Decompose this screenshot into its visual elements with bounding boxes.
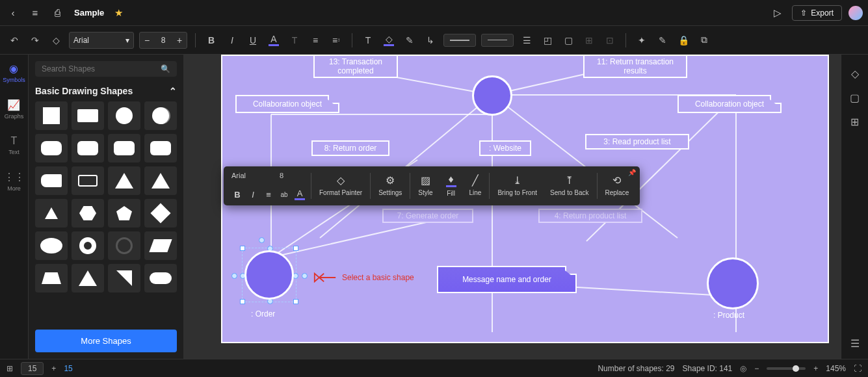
node-center-circle[interactable] [472,75,512,116]
zoom-slider[interactable] [767,367,806,370]
italic-button[interactable]: I [224,32,240,48]
node-collab-left[interactable]: Collaboration object [235,95,339,113]
theme-icon[interactable]: ◇ [851,68,859,80]
magic-button[interactable]: ✦ [634,32,650,48]
context-toolbar[interactable]: 📌 Arial 8 B I ≡ ab A ◇Format Painter ⚙Se… [224,166,640,205]
grid-size-1[interactable]: 15 [21,362,44,375]
text-tool-button[interactable]: T [360,32,376,48]
shape-trapezoid[interactable] [35,264,68,292]
ctx-send-back[interactable]: ⤒Send to Back [544,169,595,202]
more-shapes-button[interactable]: More Shapes [35,330,177,352]
layer-button[interactable]: ◰ [540,32,555,48]
shape-diamond[interactable] [144,199,177,228]
ruler-icon[interactable]: ⊞ [7,364,13,373]
shape-hexagon[interactable] [72,199,104,228]
shape-right-triangle[interactable] [108,264,140,292]
save-icon[interactable]: ⎙ [49,5,65,21]
line-weight-select[interactable] [481,34,514,47]
shape-pentagon[interactable] [108,199,140,228]
font-size-plus[interactable]: + [172,32,187,48]
underline-button[interactable]: U [245,32,261,48]
shape-ellipse[interactable] [35,231,68,260]
node-13[interactable]: 13: Transaction completed [313,56,398,78]
shape-rounded-rect4[interactable] [144,134,177,162]
node-4[interactable]: 4: Return product list [538,209,642,223]
side-handle-left[interactable] [231,273,237,279]
node-collab-right[interactable]: Collaboration object [677,95,782,113]
ctx-abc[interactable]: ab [278,191,290,198]
search-shapes-input[interactable]: 🔍 [35,61,177,77]
ctx-align[interactable]: ≡ [263,190,274,200]
search-field[interactable] [42,64,157,73]
export-button[interactable]: ⇧ Export [792,5,842,21]
undo-button[interactable]: ↶ [7,32,22,48]
ctx-format-painter[interactable]: ◇Format Painter [313,169,369,202]
rail-text[interactable]: TText [6,133,22,158]
shape-triangle3[interactable] [72,264,104,292]
line-style-select[interactable] [443,34,476,47]
node-11[interactable]: 11: Return transaction results [583,56,687,78]
shape-parallelogram[interactable] [144,231,177,260]
node-website[interactable]: : Website [479,140,531,156]
shape-donut[interactable] [72,231,104,260]
lock-button[interactable]: 🔒 [676,32,691,48]
ctx-bring-front[interactable]: ⤓Bring to Front [491,169,544,202]
shape-rounded-rect3[interactable] [108,134,140,162]
group-button[interactable]: ⊡ [602,32,618,48]
shape-ring[interactable] [108,231,140,260]
node-message[interactable]: Message name and order [437,266,577,293]
font-size-stepper[interactable]: − 8 + [139,32,187,49]
format-painter-icon[interactable]: ◇ [48,32,64,48]
star-icon[interactable]: ★ [111,5,126,21]
node-8[interactable]: 8: Return order [311,140,389,156]
node-order-circle[interactable] [244,250,294,300]
font-size-minus[interactable]: − [140,32,154,48]
bold-button[interactable]: B [204,32,219,48]
align-button[interactable]: ≡ [308,32,323,48]
back-button[interactable]: ‹ [5,5,21,21]
ctx-settings[interactable]: ⚙Settings [372,169,408,202]
menu-icon[interactable]: ≡ [27,5,43,21]
side-handle-right[interactable] [302,273,308,279]
pen-tool-button[interactable]: ✎ [402,32,417,48]
play-icon[interactable]: ▷ [770,5,785,21]
redo-button[interactable]: ↷ [27,32,43,48]
fill-color-button[interactable]: ◇ [381,32,397,48]
target-icon[interactable]: ◎ [740,364,746,373]
ctx-size-select[interactable]: 8 [280,172,302,186]
connector-button[interactable]: ↳ [423,32,438,48]
shape-pill[interactable] [144,264,177,292]
page-icon[interactable]: ▢ [850,92,860,104]
shape-rect[interactable] [72,101,104,130]
node-product-circle[interactable] [707,257,759,309]
rotate-handle-top[interactable] [259,237,265,243]
shape-small-tri[interactable] [35,199,68,228]
duplicate-button[interactable]: ⧉ [696,32,712,48]
grid-view-icon[interactable]: ⊞ [850,116,859,128]
text-case-button[interactable]: T [287,32,302,48]
ctx-fill[interactable]: ♦Fill [440,169,463,202]
node-7[interactable]: 7: Generate order [382,209,473,223]
shape-card[interactable] [35,166,68,195]
font-color-button[interactable]: A [266,32,282,48]
shape-circle[interactable] [108,101,140,130]
ctx-style[interactable]: ▨Style [412,169,439,202]
shape-triangle[interactable] [108,166,140,195]
edit-button[interactable]: ✎ [655,32,670,48]
shape-ellipse-shadow[interactable] [144,101,177,130]
shape-square[interactable] [35,101,68,130]
ctx-line[interactable]: ╱Line [463,169,488,202]
settings-drawer-icon[interactable]: ☰ [850,337,860,350]
grid-size-2[interactable]: 15 [64,364,72,373]
ctx-italic[interactable]: I [247,190,259,200]
pin-icon[interactable]: 📌 [628,169,636,176]
list-button[interactable]: ☰ [519,32,534,48]
rail-graphs[interactable]: 📈Graphs [2,96,27,122]
ctx-font-select[interactable]: Arial [231,172,277,186]
fullscreen-icon[interactable]: ⛶ [854,364,861,373]
rail-more[interactable]: ⋮⋮More [1,168,27,194]
align-objects-button[interactable]: ⊞ [581,32,597,48]
collapse-icon[interactable]: ⌃ [169,86,177,96]
line-spacing-button[interactable]: ≡↕ [328,32,344,48]
ctx-bold[interactable]: B [231,190,243,200]
